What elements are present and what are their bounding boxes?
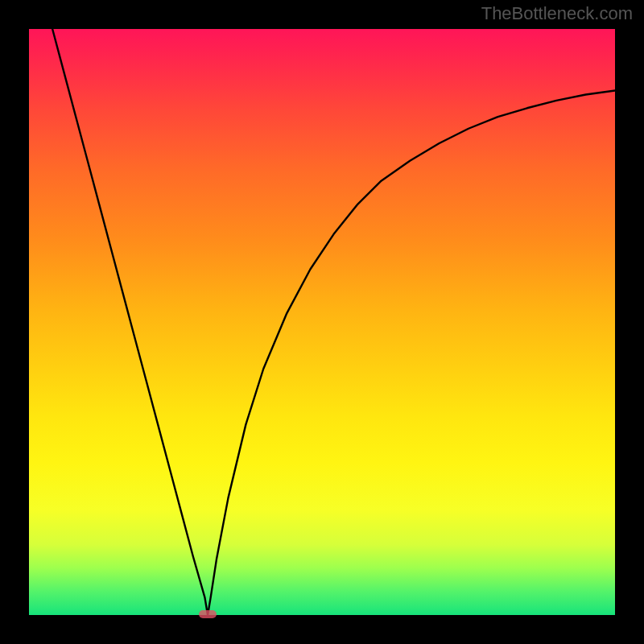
chart-frame: TheBottleneck.com [0, 0, 644, 644]
optimum-marker [199, 610, 217, 618]
plot-gradient-area [29, 29, 615, 615]
watermark-text: TheBottleneck.com [481, 3, 633, 24]
